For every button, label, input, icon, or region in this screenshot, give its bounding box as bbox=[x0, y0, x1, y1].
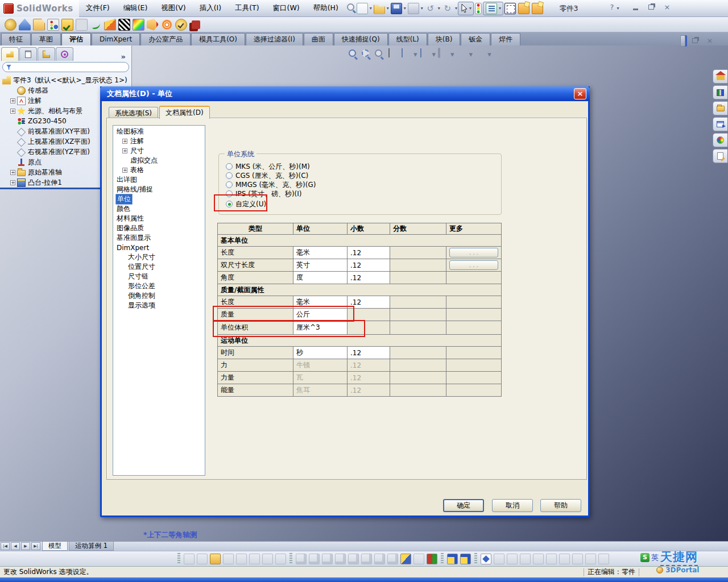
mass-properties-icon[interactable] bbox=[19, 19, 31, 31]
unit-cell[interactable]: 毫米 bbox=[293, 247, 348, 259]
search-icon[interactable] bbox=[346, 3, 354, 14]
tree-root[interactable]: 零件3 (默认<<默认>_显示状态 1>) bbox=[2, 75, 131, 85]
unit-cell[interactable]: 秒 bbox=[293, 347, 348, 359]
tree-colors[interactable]: 颜色 bbox=[113, 204, 205, 214]
unit-cell[interactable]: 厘米^3 bbox=[293, 321, 348, 335]
expand-plus-icon[interactable]: + bbox=[10, 98, 15, 103]
unit-cell[interactable]: 毫米 bbox=[293, 296, 348, 309]
decimal-cell[interactable]: .12 bbox=[348, 347, 390, 359]
radio-icon[interactable] bbox=[226, 172, 233, 179]
previous-view-icon[interactable] bbox=[374, 49, 386, 60]
nav-prev-button[interactable]: ◀ bbox=[11, 542, 20, 550]
doc-close-button[interactable]: × bbox=[705, 36, 715, 45]
curvature-analysis-icon[interactable] bbox=[133, 19, 144, 31]
expand-plus-icon[interactable]: + bbox=[10, 109, 15, 114]
tree-units[interactable]: 单位 bbox=[113, 194, 205, 204]
expand-plus-icon[interactable]: + bbox=[122, 139, 127, 144]
symmetry-check-icon[interactable] bbox=[161, 19, 173, 31]
edit-appearance-icon[interactable] bbox=[456, 49, 468, 60]
nav-next-button[interactable]: ▶ bbox=[21, 542, 30, 550]
curvature-combs-icon[interactable] bbox=[90, 19, 102, 31]
options-button[interactable]: ▾ bbox=[483, 2, 503, 15]
print-button[interactable] bbox=[408, 3, 419, 14]
expand-plus-icon[interactable]: + bbox=[122, 168, 127, 173]
view-palette-tab[interactable] bbox=[713, 117, 727, 131]
more-button[interactable]: . . . bbox=[449, 248, 498, 257]
assembly-feature-icon[interactable] bbox=[481, 554, 491, 564]
view-orientation-dropdown[interactable]: ▾ bbox=[413, 49, 417, 60]
close-button[interactable]: × bbox=[662, 3, 672, 12]
minimize-button[interactable] bbox=[630, 3, 640, 12]
tree-chain-dimension[interactable]: 尺寸链 bbox=[113, 272, 205, 281]
hide-show-items-icon[interactable] bbox=[437, 49, 449, 60]
tab-sheet-metal[interactable]: 钣金 bbox=[461, 33, 490, 45]
tree-virtual-sharps[interactable]: 虚拟交点 bbox=[113, 156, 205, 165]
tree-material-properties[interactable]: 材料属性 bbox=[113, 214, 205, 223]
radio-icon[interactable] bbox=[226, 190, 233, 197]
undo-button[interactable]: ↺ bbox=[425, 3, 436, 14]
sketch-icon[interactable] bbox=[400, 554, 411, 564]
new-document-button[interactable] bbox=[357, 3, 368, 14]
undercut-detection-icon[interactable] bbox=[147, 19, 159, 31]
display-style-icon[interactable] bbox=[419, 49, 431, 60]
open-button[interactable] bbox=[374, 3, 385, 14]
radio-mks[interactable]: MKS (米、公斤、秒)(M) bbox=[226, 162, 310, 171]
expand-plus-icon[interactable]: + bbox=[10, 180, 15, 185]
radio-cgs[interactable]: CGS (厘米、克、秒)(C) bbox=[226, 171, 308, 180]
nav-first-button[interactable]: |◀ bbox=[1, 542, 10, 550]
help-button[interactable]: ? ▾ bbox=[610, 3, 620, 12]
zebra-stripes-icon[interactable] bbox=[118, 19, 130, 31]
unit-cell[interactable]: 公斤 bbox=[293, 309, 348, 321]
tree-plane-display[interactable]: 基准面显示 bbox=[113, 233, 205, 243]
statistics-icon[interactable] bbox=[47, 19, 59, 31]
apply-scene-dropdown[interactable]: ▾ bbox=[487, 49, 491, 60]
tree-tables[interactable]: +表格 bbox=[113, 165, 205, 175]
tree-filter-input[interactable] bbox=[2, 62, 129, 72]
dialog-title-bar[interactable]: 文档属性(D) - 单位 × bbox=[100, 86, 590, 101]
dialog-close-button[interactable]: × bbox=[574, 88, 586, 99]
section-view-icon[interactable] bbox=[387, 49, 399, 60]
display-style-dropdown[interactable]: ▾ bbox=[432, 49, 436, 60]
motion-study-tab[interactable]: 运动算例 1 bbox=[69, 542, 114, 551]
publish-edrawings-icon[interactable] bbox=[518, 3, 530, 14]
radio-icon[interactable] bbox=[226, 181, 233, 188]
tab-quick-snaps[interactable]: 快速捕捉(Q) bbox=[334, 33, 388, 45]
propertymanager-tab[interactable] bbox=[19, 47, 37, 61]
update-icon[interactable] bbox=[427, 554, 437, 564]
tree-location-dimension[interactable]: 位置尺寸 bbox=[113, 262, 205, 272]
decimal-cell[interactable]: .12 bbox=[348, 259, 390, 272]
menu-window[interactable]: 窗口(W) bbox=[266, 1, 307, 15]
panel-expand-chevron[interactable]: » bbox=[121, 52, 126, 61]
decimal-cell[interactable]: .12 bbox=[348, 247, 390, 259]
tree-chamfer-controls[interactable]: 倒角控制 bbox=[113, 291, 205, 301]
menu-help[interactable]: 帮助(H) bbox=[307, 1, 345, 15]
decimal-cell[interactable]: .12 bbox=[348, 296, 390, 309]
zoom-to-area-icon[interactable] bbox=[361, 49, 373, 60]
tree-grid-snap[interactable]: 网格线/捕捉 bbox=[113, 185, 205, 194]
check-entity-icon[interactable] bbox=[61, 19, 73, 31]
new-document-dropdown[interactable]: ▾ bbox=[370, 6, 372, 11]
hide-show-items-dropdown[interactable]: ▾ bbox=[450, 49, 454, 60]
tab-surfaces[interactable]: 曲面 bbox=[304, 33, 333, 45]
save-button[interactable] bbox=[391, 3, 402, 14]
tree-display-options[interactable]: 显示选项 bbox=[113, 301, 205, 310]
cancel-button[interactable]: 取消 bbox=[492, 499, 533, 512]
thickness-analysis-icon[interactable] bbox=[192, 20, 200, 29]
tree-detailing[interactable]: 出详图 bbox=[113, 175, 205, 185]
configurationmanager-tab[interactable] bbox=[38, 47, 55, 61]
solidworks-resources-tab[interactable] bbox=[713, 69, 727, 84]
radio-ips[interactable]: IPS (英寸、磅、秒)(I) bbox=[226, 189, 301, 198]
nav-last-button[interactable]: ▶| bbox=[31, 542, 40, 550]
tab-mold-tools[interactable]: 模具工具(O) bbox=[191, 33, 245, 45]
restore-button[interactable] bbox=[646, 3, 656, 12]
pane-splitter-handle[interactable] bbox=[680, 35, 685, 47]
section-properties-icon[interactable] bbox=[33, 19, 45, 31]
print-dropdown[interactable]: ▾ bbox=[421, 6, 423, 11]
menu-tools[interactable]: 工具(T) bbox=[228, 1, 266, 15]
tree-dimxpert[interactable]: DimXpert bbox=[113, 243, 205, 252]
edit-appearance-dropdown[interactable]: ▾ bbox=[469, 49, 473, 60]
tab-blocks[interactable]: 块(B) bbox=[428, 33, 461, 45]
expand-plus-icon[interactable]: + bbox=[122, 148, 127, 153]
radio-mmgs[interactable]: MMGS (毫米、克、秒)(G) bbox=[226, 180, 316, 189]
radio-selected-icon[interactable] bbox=[226, 201, 233, 207]
